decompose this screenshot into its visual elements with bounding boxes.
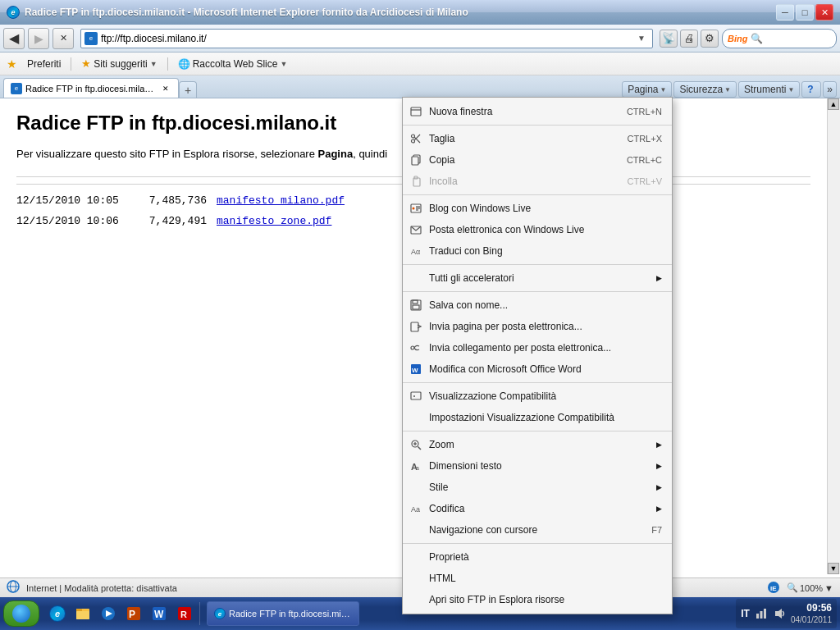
ctx-label: Proprietà bbox=[429, 551, 655, 563]
page-icon: e bbox=[84, 32, 98, 45]
pagina-arrow: ▼ bbox=[660, 86, 667, 94]
svg-point-11 bbox=[413, 208, 415, 210]
svg-text:a: a bbox=[416, 465, 419, 471]
stile-icon bbox=[409, 481, 422, 494]
strumenti-label: Strumenti bbox=[744, 84, 786, 95]
forward-button[interactable]: ▶ bbox=[28, 28, 49, 49]
cursor-icon bbox=[409, 523, 422, 536]
tab-icon: e bbox=[11, 83, 22, 94]
strumenti-button[interactable]: Strumenti ▼ bbox=[738, 81, 800, 98]
favorites-label: Preferiti bbox=[27, 58, 61, 70]
web-slice-label: Raccolta Web Slice bbox=[193, 58, 278, 70]
tab-label: Radice FTP in ftp.diocesi.milano.it bbox=[25, 84, 157, 94]
scrollbar[interactable]: ▲ ▼ bbox=[827, 98, 840, 574]
ctx-taglia[interactable]: Taglia CTRL+X bbox=[403, 128, 672, 149]
blog-icon bbox=[409, 202, 422, 215]
ctx-label: Blog con Windows Live bbox=[429, 203, 655, 214]
ctx-compat-settings[interactable]: Impostazioni Visualizzazione Compatibili… bbox=[403, 407, 672, 428]
sicurezza-label: Sicurezza bbox=[679, 84, 723, 95]
ctx-invia-link[interactable]: Invia collegamento per posta elettronica… bbox=[403, 337, 672, 358]
favorites-star-icon: ★ bbox=[7, 57, 17, 71]
pagina-button[interactable]: Pagina ▼ bbox=[622, 81, 672, 98]
ctx-compat-view[interactable]: Visualizzazione Compatibilità bbox=[403, 386, 672, 407]
ctx-label: Dimensioni testo bbox=[429, 460, 650, 472]
ctx-label: Incolla bbox=[429, 176, 621, 187]
page-desc-text2: , quindi bbox=[353, 148, 387, 160]
file-size-2: 7,429,491 bbox=[141, 212, 207, 231]
compat-icon bbox=[409, 390, 422, 403]
close-button[interactable]: ✕ bbox=[815, 4, 833, 21]
ctx-nuova-finestra[interactable]: Nuova finestra CTRL+N bbox=[403, 101, 672, 122]
ctx-label: Invia collegamento per posta elettronica… bbox=[429, 342, 655, 354]
ctx-label: Zoom bbox=[429, 439, 650, 450]
svg-point-2 bbox=[412, 135, 415, 138]
ctx-copia[interactable]: Copia CTRL+C bbox=[403, 149, 672, 171]
sicurezza-button[interactable]: Sicurezza ▼ bbox=[673, 81, 737, 98]
back-button[interactable]: ◀ bbox=[3, 28, 25, 49]
svg-point-21 bbox=[411, 346, 414, 349]
tab-close-button[interactable]: ✕ bbox=[160, 83, 171, 94]
ctx-sep3 bbox=[403, 264, 672, 265]
expand-tabs-button[interactable]: » bbox=[823, 81, 837, 98]
send-link-icon bbox=[409, 341, 422, 354]
ctx-zoom[interactable]: Zoom ▶ bbox=[403, 434, 672, 455]
minimize-button[interactable]: ─ bbox=[776, 4, 794, 21]
svg-rect-24 bbox=[411, 392, 421, 399]
ctx-label: Copia bbox=[429, 154, 620, 166]
search-button[interactable]: 🔍 bbox=[751, 33, 763, 44]
ctx-label: HTML bbox=[429, 573, 655, 574]
ctx-nav-cursore[interactable]: Navigazione con cursore F7 bbox=[403, 519, 672, 541]
maximize-button[interactable]: □ bbox=[796, 4, 814, 21]
ctx-invia-pagina[interactable]: Invia pagina per posta elettronica... bbox=[403, 316, 672, 337]
codifica-icon: Aa bbox=[409, 502, 422, 515]
ctx-html[interactable]: HTML bbox=[403, 568, 672, 574]
ctx-stile[interactable]: Stile ▶ bbox=[403, 477, 672, 498]
sicurezza-arrow: ▼ bbox=[724, 86, 731, 94]
file-date-2: 12/15/2010 10:06 bbox=[16, 212, 131, 231]
ctx-dimensioni-testo[interactable]: Aa Dimensioni testo ▶ bbox=[403, 455, 672, 477]
address-input[interactable] bbox=[101, 33, 634, 44]
copy-icon bbox=[409, 153, 422, 167]
favorites-separator bbox=[71, 57, 71, 71]
new-tab-button[interactable]: + bbox=[179, 81, 197, 98]
scissors-icon bbox=[409, 132, 422, 145]
address-go-button[interactable]: ▼ bbox=[634, 31, 649, 46]
ctx-salva[interactable]: Salva con nome... bbox=[403, 294, 672, 316]
save-icon bbox=[409, 299, 422, 312]
active-tab[interactable]: e Radice FTP in ftp.diocesi.milano.it ✕ bbox=[3, 78, 179, 98]
rss-button[interactable]: 📡 bbox=[660, 30, 678, 48]
help-button[interactable]: ? bbox=[801, 81, 821, 98]
ctx-shortcut: F7 bbox=[651, 525, 662, 535]
favorites-button[interactable]: Preferiti bbox=[24, 57, 64, 71]
compat-settings-icon bbox=[409, 411, 422, 424]
ctx-modifica-word[interactable]: W Modifica con Microsoft Office Word bbox=[403, 358, 672, 380]
text-size-icon: Aa bbox=[409, 459, 422, 472]
ctx-shortcut: CTRL+X bbox=[628, 134, 663, 144]
address-bar[interactable]: e ▼ bbox=[80, 29, 653, 48]
navigation-bar: ◀ ▶ ✕ e ▼ 📡 🖨 ⚙ Bing 🔍 bbox=[0, 25, 840, 52]
context-menu: Nuova finestra CTRL+N Taglia CTRL+X Copi… bbox=[402, 97, 673, 574]
title-bar: e Radice FTP in ftp.diocesi.milano.it - … bbox=[0, 0, 840, 25]
ctx-incolla[interactable]: Incolla CTRL+V bbox=[403, 171, 672, 192]
ctx-acceleratori[interactable]: Tutti gli acceleratori ▶ bbox=[403, 267, 672, 289]
svg-rect-19 bbox=[413, 305, 419, 309]
ctx-blog-live[interactable]: Blog con Windows Live bbox=[403, 198, 672, 219]
pagina-label: Pagina bbox=[628, 84, 658, 95]
file-link-1[interactable]: manifesto_milano.pdf bbox=[217, 191, 345, 210]
ctx-posta-live[interactable]: Posta elettronica con Windows Live bbox=[403, 219, 672, 240]
ctx-proprieta[interactable]: Proprietà bbox=[403, 546, 672, 568]
print-button[interactable]: 🖨 bbox=[680, 30, 698, 48]
window-icon bbox=[409, 105, 422, 118]
file-link-2[interactable]: manifesto_zone.pdf bbox=[217, 212, 331, 231]
refresh-stop-button[interactable]: ✕ bbox=[52, 28, 74, 49]
web-slice-button[interactable]: 🌐 Raccolta Web Slice ▼ bbox=[175, 57, 291, 71]
ctx-codifica[interactable]: Aa Codifica ▶ bbox=[403, 498, 672, 519]
svg-rect-7 bbox=[412, 157, 418, 165]
tools-small-button[interactable]: ⚙ bbox=[701, 30, 719, 48]
tab-right-controls: Pagina ▼ Sicurezza ▼ Strumenti ▼ ? » bbox=[622, 81, 837, 98]
ctx-label: Taglia bbox=[429, 133, 621, 144]
ctx-traduci[interactable]: Aα Traduci con Bing bbox=[403, 240, 672, 262]
search-bar[interactable]: Bing 🔍 bbox=[722, 29, 837, 48]
ctx-label: Impostazioni Visualizzazione Compatibili… bbox=[429, 412, 655, 423]
suggested-sites-button[interactable]: ★ Siti suggeriti ▼ bbox=[78, 56, 160, 71]
